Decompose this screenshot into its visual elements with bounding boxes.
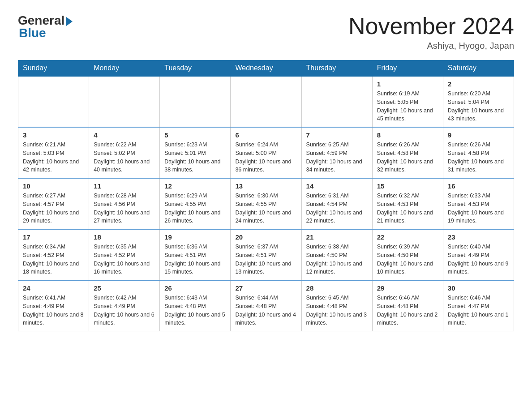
weekday-header-tuesday: Tuesday <box>160 60 231 77</box>
location-text: Ashiya, Hyogo, Japan <box>348 41 514 51</box>
day-number: 26 <box>164 284 226 292</box>
day-number: 6 <box>235 131 296 139</box>
week-row-4: 17Sunrise: 6:34 AM Sunset: 4:52 PM Dayli… <box>18 229 514 280</box>
day-number: 23 <box>448 233 509 241</box>
week-row-1: 1Sunrise: 6:19 AM Sunset: 5:05 PM Daylig… <box>18 76 514 127</box>
title-block: November 2024 Ashiya, Hyogo, Japan <box>348 13 514 51</box>
day-info: Sunrise: 6:38 AM Sunset: 4:50 PM Dayligh… <box>306 243 368 276</box>
day-number: 17 <box>23 233 84 241</box>
calendar-cell: 3Sunrise: 6:21 AM Sunset: 5:03 PM Daylig… <box>18 127 89 178</box>
day-info: Sunrise: 6:39 AM Sunset: 4:50 PM Dayligh… <box>377 243 438 276</box>
day-info: Sunrise: 6:34 AM Sunset: 4:52 PM Dayligh… <box>23 243 84 276</box>
calendar-cell: 6Sunrise: 6:24 AM Sunset: 5:00 PM Daylig… <box>231 127 301 178</box>
day-info: Sunrise: 6:23 AM Sunset: 5:01 PM Dayligh… <box>164 141 226 174</box>
day-number: 3 <box>23 131 84 139</box>
calendar-cell: 30Sunrise: 6:46 AM Sunset: 4:47 PM Dayli… <box>443 280 514 331</box>
calendar-cell: 23Sunrise: 6:40 AM Sunset: 4:49 PM Dayli… <box>443 229 514 280</box>
day-number: 12 <box>164 182 226 190</box>
calendar-cell: 24Sunrise: 6:41 AM Sunset: 4:49 PM Dayli… <box>18 280 89 331</box>
day-number: 10 <box>23 182 84 190</box>
weekday-header-friday: Friday <box>372 60 443 77</box>
day-number: 14 <box>306 182 368 190</box>
day-number: 11 <box>94 182 155 190</box>
weekday-header-wednesday: Wednesday <box>231 60 301 77</box>
day-info: Sunrise: 6:33 AM Sunset: 4:53 PM Dayligh… <box>448 192 509 225</box>
day-number: 29 <box>377 284 438 292</box>
day-info: Sunrise: 6:36 AM Sunset: 4:51 PM Dayligh… <box>164 243 226 276</box>
day-number: 18 <box>94 233 155 241</box>
calendar-cell: 26Sunrise: 6:43 AM Sunset: 4:48 PM Dayli… <box>160 280 231 331</box>
calendar-cell: 17Sunrise: 6:34 AM Sunset: 4:52 PM Dayli… <box>18 229 89 280</box>
day-info: Sunrise: 6:43 AM Sunset: 4:48 PM Dayligh… <box>164 294 226 327</box>
calendar-cell: 11Sunrise: 6:28 AM Sunset: 4:56 PM Dayli… <box>89 178 160 229</box>
day-info: Sunrise: 6:26 AM Sunset: 4:58 PM Dayligh… <box>448 141 509 174</box>
calendar-cell: 9Sunrise: 6:26 AM Sunset: 4:58 PM Daylig… <box>443 127 514 178</box>
calendar-cell: 7Sunrise: 6:25 AM Sunset: 4:59 PM Daylig… <box>301 127 372 178</box>
day-info: Sunrise: 6:44 AM Sunset: 4:48 PM Dayligh… <box>235 294 296 327</box>
day-info: Sunrise: 6:32 AM Sunset: 4:53 PM Dayligh… <box>377 192 438 225</box>
calendar-cell: 1Sunrise: 6:19 AM Sunset: 5:05 PM Daylig… <box>372 76 443 127</box>
day-number: 7 <box>306 131 368 139</box>
day-info: Sunrise: 6:37 AM Sunset: 4:51 PM Dayligh… <box>235 243 296 276</box>
calendar-cell: 12Sunrise: 6:29 AM Sunset: 4:55 PM Dayli… <box>160 178 231 229</box>
calendar-cell: 27Sunrise: 6:44 AM Sunset: 4:48 PM Dayli… <box>231 280 301 331</box>
calendar-cell: 13Sunrise: 6:30 AM Sunset: 4:55 PM Dayli… <box>231 178 301 229</box>
calendar-cell: 21Sunrise: 6:38 AM Sunset: 4:50 PM Dayli… <box>301 229 372 280</box>
calendar-cell: 5Sunrise: 6:23 AM Sunset: 5:01 PM Daylig… <box>160 127 231 178</box>
logo-arrow-icon <box>66 17 73 26</box>
calendar-cell: 8Sunrise: 6:26 AM Sunset: 4:58 PM Daylig… <box>372 127 443 178</box>
calendar-cell: 25Sunrise: 6:42 AM Sunset: 4:49 PM Dayli… <box>89 280 160 331</box>
logo: General Blue <box>18 13 73 40</box>
logo-blue-text: Blue <box>19 26 46 40</box>
calendar-cell <box>301 76 372 127</box>
weekday-header-row: SundayMondayTuesdayWednesdayThursdayFrid… <box>18 60 514 77</box>
calendar-cell: 4Sunrise: 6:22 AM Sunset: 5:02 PM Daylig… <box>89 127 160 178</box>
day-info: Sunrise: 6:30 AM Sunset: 4:55 PM Dayligh… <box>235 192 296 225</box>
calendar-cell: 20Sunrise: 6:37 AM Sunset: 4:51 PM Dayli… <box>231 229 301 280</box>
weekday-header-monday: Monday <box>89 60 160 77</box>
calendar-cell: 15Sunrise: 6:32 AM Sunset: 4:53 PM Dayli… <box>372 178 443 229</box>
day-number: 13 <box>235 182 296 190</box>
calendar-cell: 16Sunrise: 6:33 AM Sunset: 4:53 PM Dayli… <box>443 178 514 229</box>
day-number: 9 <box>448 131 509 139</box>
day-info: Sunrise: 6:31 AM Sunset: 4:54 PM Dayligh… <box>306 192 368 225</box>
day-number: 19 <box>164 233 226 241</box>
day-number: 1 <box>377 80 438 88</box>
day-info: Sunrise: 6:28 AM Sunset: 4:56 PM Dayligh… <box>94 192 155 225</box>
day-info: Sunrise: 6:25 AM Sunset: 4:59 PM Dayligh… <box>306 141 368 174</box>
weekday-header-thursday: Thursday <box>301 60 372 77</box>
day-info: Sunrise: 6:20 AM Sunset: 5:04 PM Dayligh… <box>448 90 509 123</box>
calendar-cell: 29Sunrise: 6:46 AM Sunset: 4:48 PM Dayli… <box>372 280 443 331</box>
calendar-cell: 14Sunrise: 6:31 AM Sunset: 4:54 PM Dayli… <box>301 178 372 229</box>
calendar-cell: 22Sunrise: 6:39 AM Sunset: 4:50 PM Dayli… <box>372 229 443 280</box>
page-header: General Blue November 2024 Ashiya, Hyogo… <box>18 13 514 51</box>
calendar-cell <box>160 76 231 127</box>
day-info: Sunrise: 6:22 AM Sunset: 5:02 PM Dayligh… <box>94 141 155 174</box>
calendar-cell <box>89 76 160 127</box>
month-title: November 2024 <box>348 13 514 39</box>
day-info: Sunrise: 6:42 AM Sunset: 4:49 PM Dayligh… <box>94 294 155 327</box>
day-number: 15 <box>377 182 438 190</box>
calendar-cell: 28Sunrise: 6:45 AM Sunset: 4:48 PM Dayli… <box>301 280 372 331</box>
day-number: 4 <box>94 131 155 139</box>
day-info: Sunrise: 6:46 AM Sunset: 4:48 PM Dayligh… <box>377 294 438 327</box>
day-number: 27 <box>235 284 296 292</box>
day-number: 30 <box>448 284 509 292</box>
day-number: 28 <box>306 284 368 292</box>
calendar-cell <box>231 76 301 127</box>
day-info: Sunrise: 6:27 AM Sunset: 4:57 PM Dayligh… <box>23 192 84 225</box>
day-info: Sunrise: 6:29 AM Sunset: 4:55 PM Dayligh… <box>164 192 226 225</box>
week-row-2: 3Sunrise: 6:21 AM Sunset: 5:03 PM Daylig… <box>18 127 514 178</box>
day-number: 21 <box>306 233 368 241</box>
day-info: Sunrise: 6:21 AM Sunset: 5:03 PM Dayligh… <box>23 141 84 174</box>
weekday-header-saturday: Saturday <box>443 60 514 77</box>
calendar-cell <box>18 76 89 127</box>
day-number: 8 <box>377 131 438 139</box>
day-number: 22 <box>377 233 438 241</box>
calendar-cell: 19Sunrise: 6:36 AM Sunset: 4:51 PM Dayli… <box>160 229 231 280</box>
day-number: 5 <box>164 131 226 139</box>
day-info: Sunrise: 6:45 AM Sunset: 4:48 PM Dayligh… <box>306 294 368 327</box>
day-info: Sunrise: 6:40 AM Sunset: 4:49 PM Dayligh… <box>448 243 509 276</box>
day-number: 2 <box>448 80 509 88</box>
calendar-table: SundayMondayTuesdayWednesdayThursdayFrid… <box>18 60 514 331</box>
